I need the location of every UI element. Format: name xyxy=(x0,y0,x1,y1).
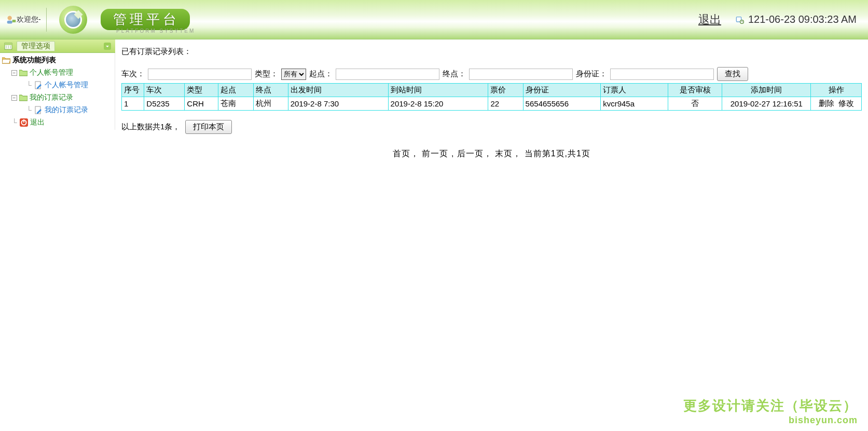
sidebar-item-account-label[interactable]: 个人帐号管理 xyxy=(30,68,73,77)
filter-start-input[interactable] xyxy=(336,69,439,80)
pager-next[interactable]: 后一页， xyxy=(457,149,492,158)
summary-text: 以上数据共1条， xyxy=(121,122,180,132)
sidebar-child-account-label[interactable]: 个人帐号管理 xyxy=(45,80,88,90)
welcome-text: 欢迎您- xyxy=(6,8,47,32)
time-text: 121-06-23 09:03:23 AM xyxy=(748,14,857,25)
edit-doc-icon xyxy=(34,106,43,114)
pager: 首页， 前一页 , 后一页， 末页， 当前第1页,共1页 xyxy=(121,149,862,159)
col-arrive: 到站时间 xyxy=(388,84,488,97)
power-icon xyxy=(20,118,28,127)
sidebar-item-bookings[interactable]: − 我的订票记录 xyxy=(11,91,113,104)
folder-open-icon xyxy=(2,57,10,64)
manage-options-bar[interactable]: 管理选项 xyxy=(0,39,115,53)
nav-tree: 系统功能列表 − 个人帐号管理 └ 个人帐号管理 − 我的订票记录 xyxy=(2,54,113,129)
list-title: 已有订票记录列表： xyxy=(121,47,862,57)
filter-end-input[interactable] xyxy=(469,69,573,80)
cell-idx: 1 xyxy=(122,97,144,111)
clock-wrap: 121-06-23 09:03:23 AM xyxy=(736,14,857,25)
clock-icon xyxy=(736,16,744,24)
table-header-row: 序号 车次 类型 起点 终点 出发时间 到站时间 票价 身份证 订票人 是否审核… xyxy=(122,84,862,97)
sidebar-item-logout[interactable]: └ 退出 xyxy=(11,116,113,129)
app-logo-icon xyxy=(59,6,87,34)
cell-audit: 否 xyxy=(668,97,722,111)
sidebar-item-bookings-label[interactable]: 我的订票记录 xyxy=(30,93,73,102)
svg-point-0 xyxy=(8,16,12,20)
table-row: 1 D5235 CRH 苍南 杭州 2019-2-8 7:30 2019-2-8… xyxy=(122,97,862,111)
cell-end: 杭州 xyxy=(253,97,288,111)
pager-first[interactable]: 首页， xyxy=(393,149,419,158)
logout-link[interactable]: 退出 xyxy=(698,12,721,28)
pager-last[interactable]: 末页， xyxy=(495,149,521,158)
app-header: 欢迎您- 管理平台 PLATFORM SYSYTEM 退出 121-06-23 … xyxy=(0,0,868,39)
sidebar: 管理选项 系统功能列表 − 个人帐号管理 └ 个人帐号管理 xyxy=(0,39,115,431)
cell-price: 22 xyxy=(488,97,523,111)
welcome-label: 欢迎您- xyxy=(17,15,41,24)
print-button[interactable]: 打印本页 xyxy=(185,120,232,134)
edit-doc-icon xyxy=(34,81,43,89)
tree-root-label: 系统功能列表 xyxy=(12,56,56,65)
calendar-icon xyxy=(4,42,12,50)
cell-booker: kvcr945a xyxy=(601,97,668,111)
bookings-table: 序号 车次 类型 起点 终点 出发时间 到站时间 票价 身份证 订票人 是否审核… xyxy=(121,83,862,111)
user-icon xyxy=(6,15,17,25)
filter-bar: 车次： 类型： 所有 起点： 终点： 身份证： 查找 xyxy=(121,67,862,81)
col-audit: 是否审核 xyxy=(668,84,722,97)
collapse-icon[interactable]: − xyxy=(11,70,17,76)
cell-arrive: 2019-2-8 15:20 xyxy=(388,97,488,111)
sidebar-child-account[interactable]: └ 个人帐号管理 xyxy=(26,79,113,91)
cell-ops: 删除 修改 xyxy=(811,97,862,111)
summary-row: 以上数据共1条， 打印本页 xyxy=(121,120,862,134)
cell-added: 2019-02-27 12:16:51 xyxy=(722,97,811,111)
filter-train-input[interactable] xyxy=(148,69,252,80)
sidebar-child-bookings-label[interactable]: 我的订票记录 xyxy=(45,105,88,115)
cell-train: D5235 xyxy=(144,97,185,111)
filter-start-label: 起点： xyxy=(309,69,333,79)
col-start: 起点 xyxy=(218,84,253,97)
filter-id-input[interactable] xyxy=(610,69,714,80)
cell-start: 苍南 xyxy=(218,97,253,111)
pager-prev[interactable]: 前一页 , xyxy=(422,149,454,158)
col-train: 车次 xyxy=(144,84,185,97)
app-title: 管理平台 xyxy=(101,9,190,30)
edit-link[interactable]: 修改 xyxy=(838,99,854,107)
header-right: 退出 121-06-23 09:03:23 AM xyxy=(698,12,857,28)
filter-id-label: 身份证： xyxy=(576,69,607,79)
sidebar-child-bookings[interactable]: └ 我的订票记录 xyxy=(26,104,113,116)
filter-end-label: 终点： xyxy=(443,69,466,79)
folder-icon xyxy=(19,94,27,101)
cell-idcard: 5654655656 xyxy=(523,97,601,111)
svg-rect-2 xyxy=(12,20,16,22)
col-idcard: 身份证 xyxy=(523,84,601,97)
col-price: 票价 xyxy=(488,84,523,97)
folder-icon xyxy=(19,69,27,76)
svg-rect-12 xyxy=(23,119,24,123)
col-ops: 操作 xyxy=(811,84,862,97)
svg-rect-1 xyxy=(7,20,12,23)
filter-type-label: 类型： xyxy=(255,69,278,79)
main-content: 已有订票记录列表： 车次： 类型： 所有 起点： 终点： 身份证： 查找 序号 … xyxy=(115,39,868,431)
filter-type-select[interactable]: 所有 xyxy=(281,69,306,80)
sidebar-item-account[interactable]: − 个人帐号管理 xyxy=(11,66,113,79)
dropdown-icon[interactable] xyxy=(104,43,111,50)
cell-depart: 2019-2-8 7:30 xyxy=(288,97,388,111)
tree-root[interactable]: 系统功能列表 xyxy=(2,54,113,66)
svg-rect-6 xyxy=(5,43,12,45)
col-booker: 订票人 xyxy=(601,84,668,97)
filter-train-label: 车次： xyxy=(121,69,145,79)
col-idx: 序号 xyxy=(122,84,144,97)
col-added: 添加时间 xyxy=(722,84,811,97)
search-button[interactable]: 查找 xyxy=(717,67,748,81)
cell-type: CRH xyxy=(185,97,218,111)
col-type: 类型 xyxy=(185,84,218,97)
col-end: 终点 xyxy=(253,84,288,97)
manage-options-label: 管理选项 xyxy=(17,41,55,51)
collapse-icon[interactable]: − xyxy=(11,95,17,101)
sidebar-logout-label[interactable]: 退出 xyxy=(30,118,45,127)
delete-link[interactable]: 删除 xyxy=(819,99,834,107)
pager-pos: 当前第1页,共1页 xyxy=(525,149,590,158)
app-subtitle: PLATFORM SYSYTEM xyxy=(116,28,195,34)
col-depart: 出发时间 xyxy=(288,84,388,97)
